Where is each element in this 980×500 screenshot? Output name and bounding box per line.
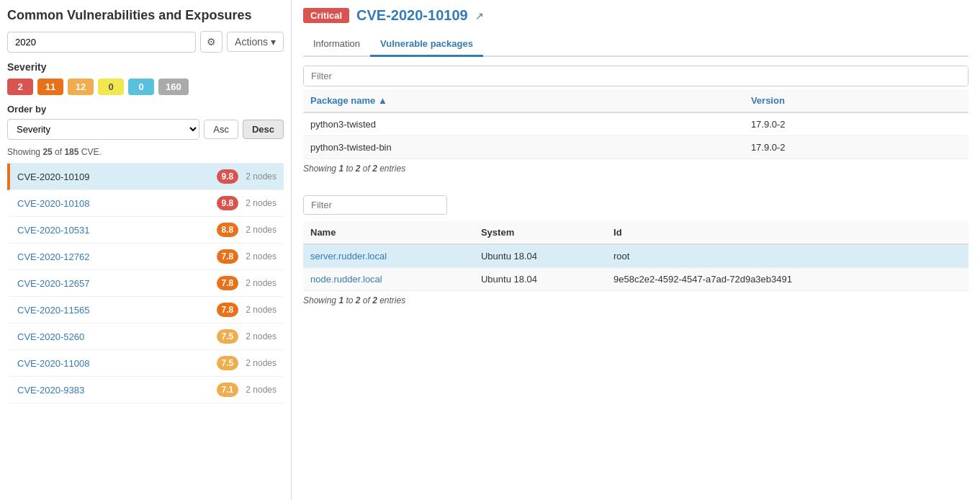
cve-score-badge: 9.8 xyxy=(217,169,239,184)
cve-nodes-count: 2 nodes xyxy=(246,331,277,341)
dropdown-icon: ▾ xyxy=(271,36,276,48)
search-input[interactable] xyxy=(7,32,196,53)
node-system-cell: Ubuntu 18.04 xyxy=(474,268,606,291)
node-row: server.rudder.local Ubuntu 18.04 root xyxy=(303,244,968,268)
cve-item-name: CVE-2020-9383 xyxy=(17,385,217,396)
severity-badges: 2 11 12 0 0 160 xyxy=(7,79,284,95)
badge-low[interactable]: 0 xyxy=(98,79,124,95)
cve-list-item[interactable]: CVE-2020-12657 7.8 2 nodes xyxy=(7,270,284,297)
packages-showing: Showing 1 to 2 of 2 entries xyxy=(303,159,968,178)
cve-list-item[interactable]: CVE-2020-11008 7.5 2 nodes xyxy=(7,350,284,377)
filter-button[interactable]: ⚙ xyxy=(200,31,222,53)
cve-item-name: CVE-2020-10109 xyxy=(17,171,217,182)
badge-critical[interactable]: 2 xyxy=(7,79,33,95)
package-name-cell: python3-twisted xyxy=(303,112,744,136)
cve-item-name: CVE-2020-11008 xyxy=(17,358,217,369)
severity-section: Severity 2 11 12 0 0 160 xyxy=(7,61,284,95)
desc-button[interactable]: Desc xyxy=(243,120,284,139)
nodes-section: Name System Id server.rudder.local Ubunt… xyxy=(303,195,968,310)
packages-section: Package name ▲ Version python3-twisted 1… xyxy=(303,66,968,178)
node-id-cell: 9e58c2e2-4592-4547-a7ad-72d9a3eb3491 xyxy=(606,268,968,291)
showing-text: Showing 25 of 185 CVE. xyxy=(7,147,284,157)
tabs: Information Vulnerable packages xyxy=(303,32,968,57)
cve-score-badge: 7.8 xyxy=(217,249,239,264)
order-label: Order by xyxy=(7,104,284,115)
nodes-id-col: Id xyxy=(606,221,968,244)
cve-score-badge: 7.8 xyxy=(217,303,239,317)
version-col[interactable]: Version xyxy=(744,89,968,112)
package-row: python3-twisted 17.9.0-2 xyxy=(303,112,968,136)
packages-filter-wrap xyxy=(303,66,968,86)
packages-table: Package name ▲ Version python3-twisted 1… xyxy=(303,89,968,159)
tab-vulnerable-packages[interactable]: Vulnerable packages xyxy=(370,32,483,57)
badge-info[interactable]: 0 xyxy=(128,79,154,95)
left-panel: Common Vulnerabilities and Exposures ⚙ A… xyxy=(0,0,292,500)
right-panel: Critical CVE-2020-10109 ↗ Information Vu… xyxy=(292,0,980,500)
node-id-cell: root xyxy=(606,244,968,268)
severity-label: Severity xyxy=(7,61,284,73)
badge-medium[interactable]: 12 xyxy=(68,79,94,95)
cve-score-badge: 9.8 xyxy=(217,196,239,210)
package-name-cell: python3-twisted-bin xyxy=(303,136,744,159)
cve-list-item[interactable]: CVE-2020-10108 9.8 2 nodes xyxy=(7,190,284,217)
cve-list-item[interactable]: CVE-2020-10531 8.8 2 nodes xyxy=(7,217,284,244)
cve-list: CVE-2020-10109 9.8 2 nodes CVE-2020-1010… xyxy=(7,163,284,493)
package-version-cell: 17.9.0-2 xyxy=(744,112,968,136)
cve-item-name: CVE-2020-10531 xyxy=(17,225,217,236)
cve-nodes-count: 2 nodes xyxy=(246,278,277,288)
nodes-filter-input[interactable] xyxy=(304,196,446,214)
node-name-cell[interactable]: node.rudder.local xyxy=(303,268,474,291)
showing-total: 185 xyxy=(64,147,78,157)
external-link-icon[interactable]: ↗ xyxy=(475,10,484,22)
nodes-name-col: Name xyxy=(303,221,474,244)
package-version-cell: 17.9.0-2 xyxy=(744,136,968,159)
cve-nodes-count: 2 nodes xyxy=(246,251,277,262)
cve-score-badge: 7.8 xyxy=(217,276,239,290)
cve-nodes-count: 2 nodes xyxy=(246,171,277,182)
cve-list-item[interactable]: CVE-2020-5260 7.5 2 nodes xyxy=(7,323,284,350)
actions-label: Actions xyxy=(235,36,268,48)
nodes-showing: Showing 1 to 2 of 2 entries xyxy=(303,291,968,310)
cve-nodes-count: 2 nodes xyxy=(246,198,277,208)
order-section: Order by Severity Name Date Asc Desc xyxy=(7,104,284,140)
cve-item-name: CVE-2020-11565 xyxy=(17,305,217,316)
cve-item-name: CVE-2020-10108 xyxy=(17,198,217,209)
actions-button[interactable]: Actions ▾ xyxy=(227,32,284,52)
cve-list-item[interactable]: CVE-2020-10109 9.8 2 nodes xyxy=(7,164,284,190)
package-name-col[interactable]: Package name ▲ xyxy=(303,89,744,112)
nodes-table: Name System Id server.rudder.local Ubunt… xyxy=(303,221,968,291)
badge-high[interactable]: 11 xyxy=(37,79,63,95)
cve-title: CVE-2020-10109 xyxy=(356,7,468,24)
cve-nodes-count: 2 nodes xyxy=(246,305,277,315)
cve-item-name: CVE-2020-12762 xyxy=(17,251,217,262)
cve-score-badge: 8.8 xyxy=(217,223,239,237)
order-row: Severity Name Date Asc Desc xyxy=(7,119,284,140)
cve-item-name: CVE-2020-12657 xyxy=(17,278,217,289)
nodes-system-col: System xyxy=(474,221,606,244)
cve-score-badge: 7.1 xyxy=(217,383,239,397)
filter-icon: ⚙ xyxy=(207,36,216,48)
cve-list-item[interactable]: CVE-2020-11565 7.8 2 nodes xyxy=(7,297,284,323)
package-row: python3-twisted-bin 17.9.0-2 xyxy=(303,136,968,159)
showing-current: 25 xyxy=(42,147,52,157)
cve-header: Critical CVE-2020-10109 ↗ xyxy=(303,7,968,24)
cve-score-badge: 7.5 xyxy=(217,329,239,344)
critical-badge: Critical xyxy=(303,8,349,23)
cve-list-item[interactable]: CVE-2020-12762 7.8 2 nodes xyxy=(7,244,284,270)
cve-list-item[interactable]: CVE-2020-9383 7.1 2 nodes xyxy=(7,377,284,403)
order-select[interactable]: Severity Name Date xyxy=(7,119,199,140)
nodes-filter-wrap xyxy=(303,195,447,215)
badge-na[interactable]: 160 xyxy=(158,79,189,95)
node-row: node.rudder.local Ubuntu 18.04 9e58c2e2-… xyxy=(303,268,968,291)
cve-nodes-count: 2 nodes xyxy=(246,225,277,235)
cve-score-badge: 7.5 xyxy=(217,356,239,370)
packages-filter-input[interactable] xyxy=(304,66,968,86)
tab-information[interactable]: Information xyxy=(303,32,370,57)
sort-up-icon: ▲ xyxy=(378,95,387,106)
node-name-cell[interactable]: server.rudder.local xyxy=(303,244,474,268)
cve-item-name: CVE-2020-5260 xyxy=(17,331,217,342)
toolbar: ⚙ Actions ▾ xyxy=(7,31,284,53)
cve-nodes-count: 2 nodes xyxy=(246,385,277,395)
asc-button[interactable]: Asc xyxy=(204,120,238,139)
page-title: Common Vulnerabilities and Exposures xyxy=(7,7,284,24)
